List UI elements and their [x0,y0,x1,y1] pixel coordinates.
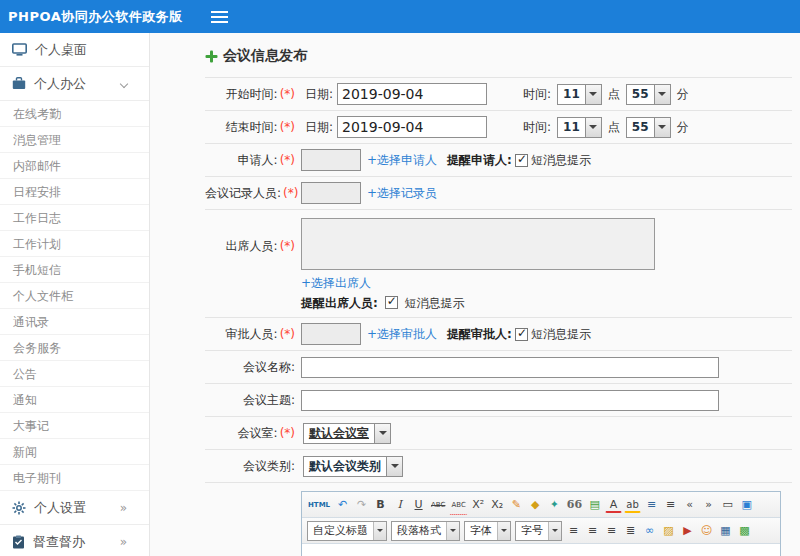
grid-icon[interactable]: ▩ [736,521,753,541]
media-icon[interactable]: ▶ [679,521,696,541]
paragraph-format-select[interactable]: 段落格式 [391,521,460,541]
date-label: 日期: [305,119,333,136]
undo-icon[interactable]: ↶ [334,495,351,515]
select-applicant-link[interactable]: +选择申请人 [367,152,437,169]
start-date-input[interactable] [337,83,487,105]
meeting-subject-label: 会议主题: [243,393,295,407]
sidebar-item[interactable]: 通知 [0,387,149,413]
main-content: 会议信息发布 开始时间:(*) 日期: 时间: 11 点 55 分 结束时间:(… [150,33,800,556]
meeting-name-label: 会议名称: [243,360,295,374]
sidebar-item[interactable]: 会务服务 [0,335,149,361]
sidebar-menu: 在线考勤消息管理内部邮件日程安排工作日志工作计划手机短信个人文件柜通讯录会务服务… [0,101,149,491]
app-title: PHPOA协同办公软件政务版 [0,8,183,26]
required-mark: (*) [280,239,295,253]
end-date-input[interactable] [337,116,487,138]
attendees-textarea[interactable] [301,218,655,270]
redo-icon[interactable]: ↷ [353,495,370,515]
start-time-label: 开始时间: [226,87,278,101]
sidebar-item[interactable]: 工作日志 [0,205,149,231]
recorder-input[interactable] [301,182,361,204]
sidebar-item[interactable]: 新闻 [0,439,149,465]
font-size-select[interactable]: 字号 [515,521,562,541]
start-minute-select[interactable]: 55 [626,84,671,105]
indent-icon[interactable]: » [700,495,717,515]
dropdown-arrow-icon [654,85,670,104]
applicant-sms-checkbox[interactable] [515,154,528,167]
select-attendees-link[interactable]: +选择出席人 [301,276,371,290]
image-icon[interactable]: ▨ [660,521,677,541]
end-minute-select[interactable]: 55 [626,117,671,138]
meeting-name-input[interactable] [301,357,719,378]
top-header: PHPOA协同办公软件政务版 [0,0,800,33]
sidebar-item[interactable]: 在线考勤 [0,101,149,127]
html-source-button[interactable]: HTML [306,495,332,515]
form-row-end-time: 结束时间:(*) 日期: 时间: 11 点 55 分 [205,110,792,143]
datetime-icon[interactable]: ▤ [586,495,603,515]
sidebar-item[interactable]: 手机短信 [0,257,149,283]
align-right-icon[interactable]: ≡ [603,521,620,541]
spellcheck-icon[interactable]: ABC [449,495,467,515]
sidebar-item-settings[interactable]: 个人设置 [0,491,149,525]
sidebar-item[interactable]: 电子期刊 [0,465,149,491]
font-color-icon[interactable]: A [605,497,622,513]
sidebar-item-supervision[interactable]: 督查督办 [0,525,149,556]
format-painter-icon[interactable]: ✦ [546,495,563,515]
sidebar-item[interactable]: 消息管理 [0,127,149,153]
heading-select[interactable]: 自定义标题 [307,521,387,541]
form-row-applicant: 申请人:(*) +选择申请人 提醒申请人: 短消息提示 [205,143,792,176]
outdent-icon[interactable]: « [681,495,698,515]
attendees-label: 出席人员: [226,239,278,253]
fullscreen-icon[interactable]: ▣ [738,495,755,515]
select-approver-link[interactable]: +选择审批人 [367,326,437,343]
sidebar-item[interactable]: 个人文件柜 [0,283,149,309]
sidebar-item-desktop[interactable]: 个人桌面 [0,33,149,67]
strikethrough-icon[interactable]: ABC [429,495,447,515]
editor-content-area[interactable] [302,544,780,556]
sidebar-office-label: 个人办公 [34,75,86,93]
applicant-input[interactable] [301,149,361,171]
align-justify-icon[interactable]: ≣ [622,521,639,541]
sidebar-item[interactable]: 日程安排 [0,179,149,205]
sidebar-item[interactable]: 公告 [0,361,149,387]
unordered-list-icon[interactable]: ≡ [662,495,679,515]
underline-icon[interactable]: U [410,495,427,515]
sidebar-item[interactable]: 大事记 [0,413,149,439]
sidebar-item[interactable]: 通讯录 [0,309,149,335]
italic-icon[interactable]: I [391,495,408,515]
sidebar-item[interactable]: 内部邮件 [0,153,149,179]
pen-icon[interactable]: ✎ [508,495,525,515]
emoticon-icon[interactable]: ☺ [698,521,715,541]
select-recorder-link[interactable]: +选择记录员 [367,185,437,202]
form-row-meeting-subject: 会议主题: [205,383,792,416]
meeting-category-select[interactable]: 默认会议类别 [303,456,403,477]
end-hour-select[interactable]: 11 [557,117,602,138]
sidebar-item[interactable]: 工作计划 [0,231,149,257]
marker-icon[interactable]: ◆ [527,495,544,515]
align-left-icon[interactable]: ≡ [565,521,582,541]
minute-unit-label: 分 [677,119,689,136]
dropdown-arrow-icon [585,118,601,137]
attendees-sms-checkbox[interactable] [385,296,398,309]
superscript-icon[interactable]: X² [470,495,487,515]
approver-input[interactable] [301,323,361,345]
subscript-icon[interactable]: X₂ [489,495,506,515]
dropdown-arrow-icon [497,522,510,540]
align-center-icon[interactable]: ≡ [584,521,601,541]
start-hour-select[interactable]: 11 [557,84,602,105]
hamburger-menu-icon[interactable] [211,11,228,23]
highlight-color-icon[interactable]: ab [624,497,641,513]
blockquote-icon[interactable]: 66 [565,495,584,515]
remind-attendees-label: 提醒出席人员: [301,296,378,310]
page-break-icon[interactable]: ▭ [719,495,736,515]
sidebar-item-office[interactable]: 个人办公 [0,67,149,101]
meeting-subject-input[interactable] [301,390,719,411]
approver-sms-checkbox[interactable] [515,328,528,341]
rich-text-editor: HTML↶↷BIUABCABCX²X₂✎◆✦66▤Aab≡≡«»▭▣ 自定义标题… [301,491,781,556]
bold-icon[interactable]: B [372,495,389,515]
table-icon[interactable]: ▦ [717,521,734,541]
double-arrow-icon [120,535,137,549]
font-family-select[interactable]: 字体 [464,521,511,541]
meeting-room-select[interactable]: 默认会议室 [303,423,391,444]
link-icon[interactable]: ∞ [641,521,658,541]
ordered-list-icon[interactable]: ≡ [643,495,660,515]
